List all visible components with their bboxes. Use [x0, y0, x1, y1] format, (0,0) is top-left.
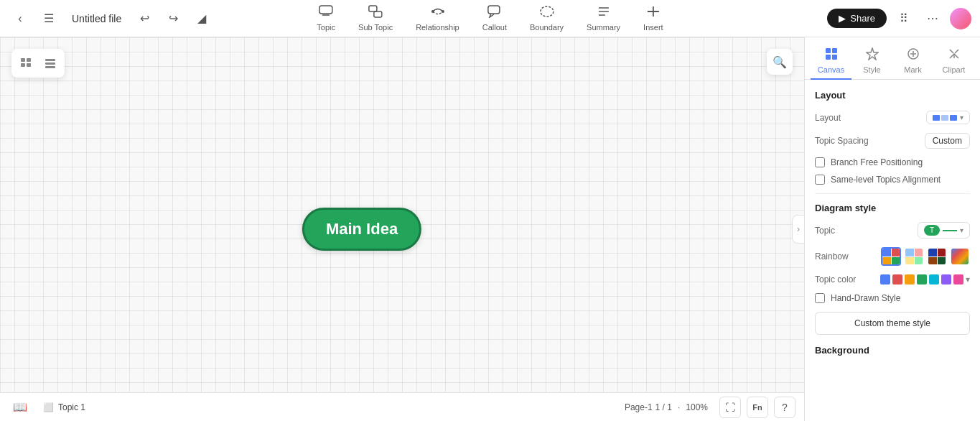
share-button[interactable]: ▶ Share: [827, 9, 887, 28]
view-mode-1-button[interactable]: [14, 52, 37, 75]
svg-rect-20: [826, 48, 831, 53]
panel-collapse-button[interactable]: ›: [792, 215, 804, 244]
canvas-area[interactable]: 🔍 Main Idea › 📖 ⬜ Topic 1 Page-1 1 / 1 ·…: [0, 37, 804, 421]
topic-icon: [319, 5, 333, 22]
tool-topic[interactable]: Topic: [311, 2, 341, 34]
history-button[interactable]: ◢: [190, 7, 213, 30]
topic1-button[interactable]: ⬜ Topic 1: [40, 401, 88, 414]
layout-label: Layout: [815, 113, 841, 123]
same-level-checkbox[interactable]: [815, 175, 825, 185]
swatch-blue[interactable]: [880, 274, 890, 284]
tool-summary[interactable]: Summary: [581, 2, 626, 34]
back-button[interactable]: ‹: [9, 7, 32, 30]
style-tab-icon: [866, 47, 879, 64]
hand-drawn-checkbox[interactable]: [815, 293, 825, 303]
svg-marker-24: [867, 48, 878, 60]
tab-mark[interactable]: Mark: [892, 43, 933, 80]
tool-insert[interactable]: Insert: [638, 2, 669, 34]
swatch-pink[interactable]: [953, 274, 963, 284]
layout-chevron-icon: ▾: [960, 114, 963, 121]
menu-button[interactable]: ☰: [37, 7, 60, 30]
panel-tabs: Canvas Style Mark Clipart: [805, 37, 980, 80]
svg-rect-2: [369, 6, 377, 11]
rainbow-opt-3[interactable]: [927, 247, 947, 266]
bottom-bar: 📖 ⬜ Topic 1 Page-1 1 / 1 · 100% ⛶ Fn ?: [0, 392, 804, 421]
layout-selector[interactable]: ▾: [926, 111, 970, 124]
search-button[interactable]: 🔍: [767, 49, 793, 75]
separator: ·: [678, 402, 680, 412]
swatch-more-icon[interactable]: ▾: [966, 274, 970, 284]
file-title[interactable]: Untitled file: [66, 10, 127, 27]
topic-spacing-label: Topic Spacing: [815, 136, 869, 146]
background-title: Background: [815, 345, 970, 356]
svg-rect-22: [826, 55, 831, 60]
svg-rect-13: [21, 58, 25, 62]
tab-canvas[interactable]: Canvas: [811, 43, 851, 80]
user-avatar[interactable]: [950, 8, 971, 29]
rainbow-opt-2[interactable]: [904, 247, 924, 266]
page-info: 1 / 1: [655, 402, 672, 412]
tab-style[interactable]: Style: [851, 43, 892, 80]
same-level-row: Same-level Topics Alignment: [815, 175, 970, 185]
svg-rect-23: [832, 55, 837, 60]
branch-free-label: Branch Free Positioning: [831, 157, 923, 167]
redo-button[interactable]: ↪: [162, 7, 185, 30]
main-idea-node[interactable]: Main Idea: [302, 208, 421, 251]
rainbow-opt-1[interactable]: [881, 247, 901, 266]
swatch-orange[interactable]: [905, 274, 915, 284]
undo-button[interactable]: ↩: [133, 7, 156, 30]
custom-badge[interactable]: Custom: [925, 133, 970, 149]
tool-subtopic[interactable]: Sub Topic: [353, 2, 398, 34]
view-mode-2-button[interactable]: [39, 52, 62, 75]
topic-style-row: Topic T ▾: [815, 222, 970, 239]
hand-drawn-row: Hand-Drawn Style: [815, 293, 970, 303]
toolbar-right: ▶ Share ⠿ ⋯: [827, 7, 971, 30]
layout-prop-row: Layout ▾: [815, 111, 970, 124]
svg-rect-19: [45, 66, 55, 68]
clipart-tab-icon: [948, 47, 961, 64]
topic-style-selector[interactable]: T ▾: [918, 222, 970, 239]
swatch-purple[interactable]: [941, 274, 951, 284]
toolbar-center: Topic Sub Topic Relationship Callout Bou…: [311, 2, 668, 34]
search-icon: 🔍: [773, 55, 787, 69]
right-panel: Canvas Style Mark Clipart: [804, 37, 980, 421]
swatch-teal[interactable]: [929, 274, 939, 284]
tool-subtopic-label: Sub Topic: [358, 23, 393, 32]
fullscreen-button[interactable]: ⛶: [719, 397, 741, 418]
bottom-left: 📖 ⬜ Topic 1: [9, 396, 613, 419]
color-swatches: ▾: [880, 274, 970, 284]
main-toolbar: ‹ ☰ Untitled file ↩ ↪ ◢ Topic Sub Topic …: [0, 0, 980, 37]
tool-relationship[interactable]: Relationship: [410, 2, 465, 34]
tool-callout[interactable]: Callout: [477, 2, 513, 34]
more-button[interactable]: ⋯: [921, 7, 944, 30]
bottom-center: Page-1 1 / 1 · 100%: [625, 402, 708, 412]
svg-point-5: [441, 10, 444, 13]
custom-theme-button[interactable]: Custom theme style: [815, 312, 970, 335]
bottom-right: ⛶ Fn ?: [719, 397, 795, 418]
tool-boundary[interactable]: Boundary: [524, 2, 569, 34]
rainbow-label: Rainbow: [815, 251, 849, 262]
swatch-green[interactable]: [917, 274, 927, 284]
svg-rect-21: [832, 48, 837, 53]
tab-clipart[interactable]: Clipart: [933, 43, 974, 80]
tool-insert-label: Insert: [643, 23, 663, 32]
svg-rect-14: [27, 58, 31, 62]
toolbar-left: ‹ ☰ Untitled file ↩ ↪ ◢: [9, 7, 213, 30]
help-button[interactable]: ?: [774, 397, 795, 418]
svg-rect-0: [319, 6, 332, 14]
branch-free-checkbox[interactable]: [815, 157, 825, 167]
apps-button[interactable]: ⠿: [892, 7, 915, 30]
diagram-style-title: Diagram style: [815, 203, 970, 213]
book-view-button[interactable]: 📖: [9, 396, 32, 419]
main-area: 🔍 Main Idea › 📖 ⬜ Topic 1 Page-1 1 / 1 ·…: [0, 37, 980, 421]
rainbow-options: [881, 247, 970, 266]
fn-button[interactable]: Fn: [747, 397, 768, 418]
topic-color-label: Topic color: [815, 274, 856, 284]
rainbow-opt-4[interactable]: [950, 247, 970, 266]
page-label: Page-1: [625, 402, 653, 412]
tool-callout-label: Callout: [482, 23, 507, 32]
branch-free-row: Branch Free Positioning: [815, 157, 970, 167]
relationship-icon: [429, 5, 445, 22]
share-icon: ▶: [839, 13, 846, 24]
swatch-red[interactable]: [892, 274, 902, 284]
